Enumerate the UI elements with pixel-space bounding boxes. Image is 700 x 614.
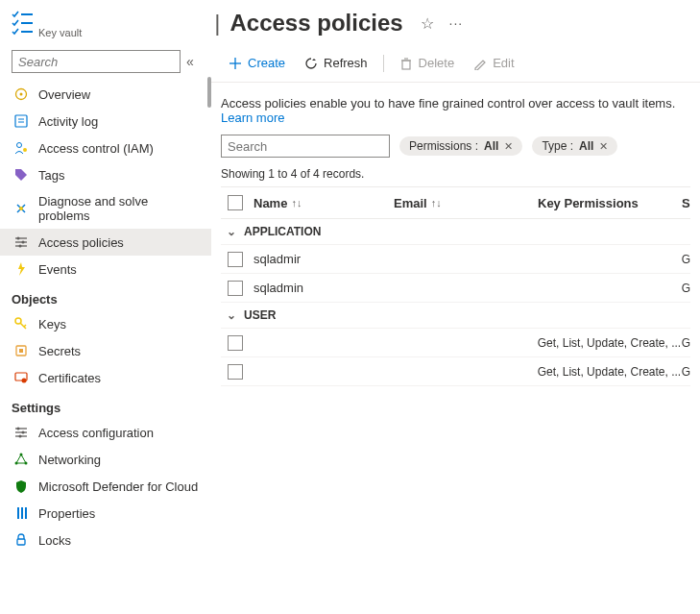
chevron-down-icon: ⌄ [227,308,236,322]
table-row[interactable]: Get, List, Update, Create, ... G [221,329,690,357]
sidebar-item-label: Keys [38,317,66,332]
sidebar-item-defender[interactable]: Microsoft Defender for Cloud [0,473,211,500]
sidebar-item-keys[interactable]: Keys [0,310,211,337]
svg-rect-38 [21,507,23,519]
main-content: Create Refresh Delete Edit Access polici… [211,44,700,614]
sidebar-search-input[interactable] [18,55,181,69]
sort-asc-icon: ↑↓ [291,197,302,209]
sidebar-item-label: Access configuration [38,426,154,440]
sidebar-item-access-configuration[interactable]: Access configuration [0,419,211,446]
cell-name: sqladmin [250,281,394,295]
sidebar-item-secrets[interactable]: Secrets [0,337,211,364]
select-all-checkbox[interactable] [228,195,243,210]
table-row[interactable]: sqladmir G [221,245,690,274]
row-checkbox[interactable] [228,281,243,296]
svg-point-17 [19,245,22,248]
cell-secret-perms: G [682,336,690,350]
column-secret-permissions[interactable]: S [682,196,690,210]
policies-table: Name↑↓ Email↑↓ Key Permissions S ⌄ APPLI… [211,186,700,386]
column-email[interactable]: Email↑↓ [394,196,538,210]
sidebar-item-label: Access control (IAM) [38,141,154,156]
cell-secret-perms: G [682,253,690,266]
properties-icon [13,505,29,521]
column-key-permissions[interactable]: Key Permissions [538,196,682,210]
sidebar-item-access-policies[interactable]: Access policies [0,229,211,256]
chevron-down-icon: ⌄ [227,225,236,238]
collapse-sidebar-icon[interactable]: « [186,54,194,69]
sidebar-item-label: Activity log [38,114,98,129]
nav-list: Overview Activity log Access control (IA… [0,81,211,553]
cell-secret-perms: G [682,282,690,295]
showing-count: Showing 1 to 4 of 4 records. [211,158,700,186]
group-header-user[interactable]: ⌄ USER [221,303,690,329]
sidebar-item-networking[interactable]: Networking [0,446,211,473]
sidebar-item-diagnose[interactable]: Diagnose and solve problems [0,188,211,229]
favorite-star-icon[interactable]: ☆ [421,14,434,33]
key-vault-icon [12,11,33,36]
svg-rect-43 [402,61,410,69]
activity-log-icon [13,113,29,129]
group-header-application[interactable]: ⌄ APPLICATION [221,219,690,245]
cell-name: sqladmir [250,252,394,266]
sidebar-item-label: Diagnose and solve problems [38,194,200,223]
filter-search-input[interactable] [228,139,389,154]
sidebar-item-label: Properties [38,506,95,521]
table-row[interactable]: sqladmin G [221,274,690,303]
overview-icon [13,86,29,102]
table-row[interactable]: Get, List, Update, Create, ... G [221,357,690,386]
delete-label: Delete [419,56,455,70]
sidebar-item-access-control[interactable]: Access control (IAM) [0,135,211,161]
sidebar-item-label: Microsoft Defender for Cloud [38,479,198,494]
sidebar-item-properties[interactable]: Properties [0,500,211,527]
plus-icon [229,57,242,70]
svg-point-15 [17,237,20,240]
remove-filter-icon[interactable]: ✕ [599,140,608,153]
sort-asc-icon: ↑↓ [431,197,442,209]
sidebar-item-overview[interactable]: Overview [0,81,211,108]
toolbar: Create Refresh Delete Edit [211,44,700,83]
svg-rect-22 [19,349,23,353]
svg-point-29 [22,431,25,434]
pill-label: Type : [542,139,573,153]
filter-search[interactable] [221,135,390,158]
page-header: Key vault | Access policies ☆ ··· [0,0,700,38]
sidebar-item-tags[interactable]: Tags [0,161,211,188]
sidebar-item-locks[interactable]: Locks [0,527,211,553]
sidebar-item-label: Access policies [38,235,124,250]
refresh-button[interactable]: Refresh [297,52,375,74]
filter-pill-permissions[interactable]: Permissions : All ✕ [399,136,522,156]
pill-value: All [484,139,498,153]
row-checkbox[interactable] [228,364,243,380]
refresh-label: Refresh [324,56,368,70]
svg-point-24 [22,379,27,383]
filter-pill-type[interactable]: Type : All ✕ [532,136,617,156]
row-checkbox[interactable] [228,252,243,267]
sidebar-item-certificates[interactable]: Certificates [0,364,211,391]
sidebar-item-events[interactable]: Events [0,256,211,282]
networking-icon [13,452,29,467]
description-text: Access policies enable you to have fine … [221,96,675,111]
more-icon[interactable]: ··· [449,15,464,31]
svg-point-16 [22,241,25,244]
sidebar-search[interactable] [12,50,181,73]
secrets-icon [13,343,29,358]
sidebar-item-label: Tags [38,168,64,183]
sidebar-item-label: Overview [38,87,90,102]
svg-rect-37 [17,507,19,519]
pill-label: Permissions : [409,139,478,153]
col-label: S [682,196,690,210]
sidebar-item-activity-log[interactable]: Activity log [0,108,211,135]
group-label: APPLICATION [244,225,321,238]
remove-filter-icon[interactable]: ✕ [504,140,513,153]
keys-icon [13,316,29,332]
sidebar-item-label: Networking [38,453,101,467]
edit-button: Edit [466,52,521,74]
svg-rect-39 [25,507,27,519]
create-button[interactable]: Create [221,52,293,74]
learn-more-link[interactable]: Learn more [221,111,284,125]
column-name[interactable]: Name↑↓ [250,196,394,210]
pipe-separator: | [214,10,220,37]
row-checkbox[interactable] [228,335,243,351]
svg-point-7 [17,143,22,148]
cell-secret-perms: G [682,365,690,379]
